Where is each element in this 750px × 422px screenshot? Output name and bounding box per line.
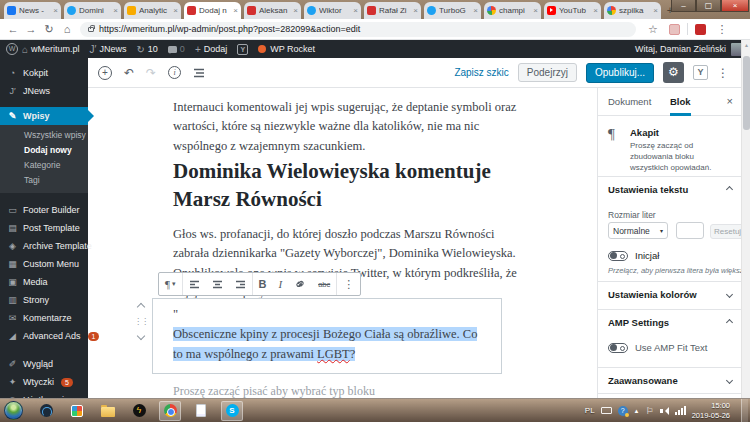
start-button[interactable] — [4, 401, 23, 420]
close-sidebar-icon[interactable]: × — [727, 95, 733, 107]
admin-bar-new[interactable]: +Dodaj — [195, 44, 227, 55]
save-draft-button[interactable]: Zapisz szkic — [454, 67, 508, 78]
show-desktop-button[interactable] — [741, 399, 748, 422]
tab-close-icon[interactable]: × — [653, 6, 658, 15]
admin-bar-updates[interactable]: ↻10 — [136, 44, 157, 55]
panel-text-settings[interactable]: Ustawienia tekstu — [608, 184, 732, 195]
language-indicator[interactable]: PL — [585, 406, 595, 415]
admin-bar-comments[interactable]: 0 — [168, 44, 185, 54]
strikethrough-icon[interactable]: abc — [312, 273, 336, 295]
align-left-icon[interactable] — [183, 273, 206, 295]
tab-close-icon[interactable]: × — [173, 6, 178, 15]
action-center-flag-icon[interactable]: ⚐ — [646, 406, 654, 416]
redo-icon[interactable]: ↷ — [146, 66, 156, 80]
browser-tab[interactable]: News -× — [4, 2, 61, 19]
sidebar-item-strony[interactable]: ▥Strony — [0, 291, 88, 309]
admin-bar-greeting[interactable]: Witaj, Damian Zieliński — [635, 44, 726, 54]
tab-close-icon[interactable]: × — [593, 6, 598, 15]
pdf-extension-icon[interactable] — [669, 24, 680, 35]
block-navigation-icon[interactable] — [193, 68, 205, 78]
yoast-icon[interactable]: Y — [693, 65, 708, 80]
forward-icon[interactable]: → — [22, 23, 40, 35]
taskbar-app[interactable]: ϟ — [128, 401, 150, 421]
taskbar-app-chrome[interactable] — [159, 401, 181, 421]
scrollbar-thumb[interactable] — [743, 56, 750, 130]
sidebar-item-custom-menu[interactable]: ▦Custom Menu — [0, 255, 88, 273]
taskbar-app[interactable] — [35, 401, 57, 421]
tab-close-icon[interactable]: × — [533, 6, 538, 15]
toggle-off-icon[interactable] — [608, 343, 628, 353]
paragraph-block-icon[interactable]: ¶▾ — [159, 273, 182, 295]
browser-tab[interactable]: Aleksan× — [244, 2, 301, 19]
wordpress-logo-icon[interactable]: W — [6, 43, 18, 55]
tab-close-icon[interactable]: × — [233, 6, 238, 15]
sidebar-item-archive-template[interactable]: ◈Archive Template — [0, 237, 88, 255]
browser-tab[interactable]: szpilka× — [604, 2, 661, 19]
sidebar-item-dodaj-nowy[interactable]: Dodaj nowy — [0, 143, 88, 158]
back-icon[interactable]: ← — [4, 23, 22, 35]
admin-bar-site[interactable]: ⌂wMeritum.pl — [22, 44, 80, 55]
home-icon[interactable]: ⌂ — [58, 23, 76, 35]
selected-paragraph-block[interactable]: " Obsceniczne kpiny z procesji Bożego Ci… — [152, 298, 502, 374]
browser-tab[interactable]: YouTub× — [544, 2, 601, 19]
bookmark-star-icon[interactable]: ☆ — [644, 23, 662, 36]
toolbar-more-icon[interactable]: ⋮ — [337, 273, 360, 295]
reload-icon[interactable]: ↻ — [40, 23, 58, 36]
sidebar-item-jnews[interactable]: J′JNews — [0, 82, 88, 100]
page-scrollbar[interactable]: ▲ — [741, 40, 750, 398]
more-options-icon[interactable]: ⋮ — [717, 66, 729, 80]
address-bar[interactable]: https://wmeritum.pl/wp-admin/post.php?po… — [80, 22, 636, 37]
tab-close-icon[interactable]: × — [293, 6, 298, 15]
sidebar-item-wszystkie-wpisy[interactable]: Wszystkie wpisy — [0, 128, 88, 143]
tab-close-icon[interactable]: × — [353, 6, 358, 15]
close-icon[interactable]: × — [721, 0, 749, 12]
sidebar-item-footer-builder[interactable]: ▭Footer Builder — [0, 201, 88, 219]
settings-gear-icon[interactable]: ⚙ — [663, 62, 684, 83]
taskbar-app-skype[interactable]: S — [221, 401, 243, 421]
tab-document[interactable]: Dokument — [608, 88, 651, 116]
tab-close-icon[interactable]: × — [413, 6, 418, 15]
content-structure-icon[interactable]: i — [168, 66, 181, 79]
preview-button[interactable]: Podejrzyj — [518, 63, 577, 82]
tab-close-icon[interactable]: × — [53, 6, 58, 15]
scroll-up-icon[interactable]: ▲ — [742, 42, 750, 48]
tray-expand-icon[interactable]: ▲ — [634, 408, 640, 414]
block-inserter-icon[interactable]: + — [98, 66, 112, 80]
tab-close-icon[interactable]: × — [113, 6, 118, 15]
sidebar-item-wtyczki[interactable]: ✦Wtyczki5 — [0, 373, 88, 391]
link-icon[interactable] — [288, 273, 312, 295]
maximize-icon[interactable]: ▢ — [696, 0, 721, 12]
tab-close-icon[interactable]: × — [473, 6, 478, 15]
sidebar-item-post-template[interactable]: ▤Post Template — [0, 219, 88, 237]
italic-icon[interactable]: I — [272, 273, 288, 295]
browser-tab[interactable]: TurboG× — [424, 2, 481, 19]
admin-bar-wp-rocket[interactable]: WP Rocket — [270, 44, 315, 54]
extension-icon[interactable] — [695, 24, 706, 35]
browser-menu-icon[interactable]: ⋮ — [713, 23, 731, 36]
admin-bar-yoast[interactable]: Y — [237, 44, 248, 55]
browser-tab[interactable]: Analytic× — [124, 2, 181, 19]
panel-color-settings[interactable]: Ustawienia kolorów — [608, 289, 732, 300]
panel-amp-settings[interactable]: AMP Settings — [608, 317, 732, 328]
admin-bar-jnews[interactable]: J′JNews — [90, 44, 127, 55]
publish-button[interactable]: Opublikuj... — [586, 63, 654, 83]
drag-handle-icon[interactable]: ⋮⋮ — [134, 317, 148, 326]
sidebar-item-advanced-ads[interactable]: ◢Advanced Ads1 — [0, 327, 88, 345]
reset-button[interactable]: Resetuj — [710, 224, 745, 239]
browser-tab[interactable]: Rafał Zi× — [364, 2, 421, 19]
tab-block[interactable]: Blok — [670, 88, 691, 116]
font-size-input[interactable] — [676, 222, 704, 239]
align-center-icon[interactable] — [206, 273, 229, 295]
taskbar-app[interactable] — [66, 401, 88, 421]
align-right-icon[interactable] — [229, 273, 252, 295]
block-appender-placeholder[interactable]: Proszę zacząć pisać aby wybrać typ bloku — [173, 384, 375, 399]
network-signal-icon[interactable] — [675, 406, 686, 415]
sidebar-item-komentarze[interactable]: ✉Komentarze — [0, 309, 88, 327]
sidebar-item-media[interactable]: ▣Media — [0, 273, 88, 291]
undo-icon[interactable]: ↶ — [124, 66, 134, 80]
sidebar-item-wpisy[interactable]: ✎Wpisy — [0, 107, 88, 125]
sidebar-item-wyglad[interactable]: ✐Wygląd — [0, 355, 88, 373]
browser-tab[interactable]: Domini× — [64, 2, 121, 19]
taskbar-clock[interactable]: 15:002019-05-26 — [692, 401, 730, 421]
taskbar-app[interactable] — [190, 401, 212, 421]
